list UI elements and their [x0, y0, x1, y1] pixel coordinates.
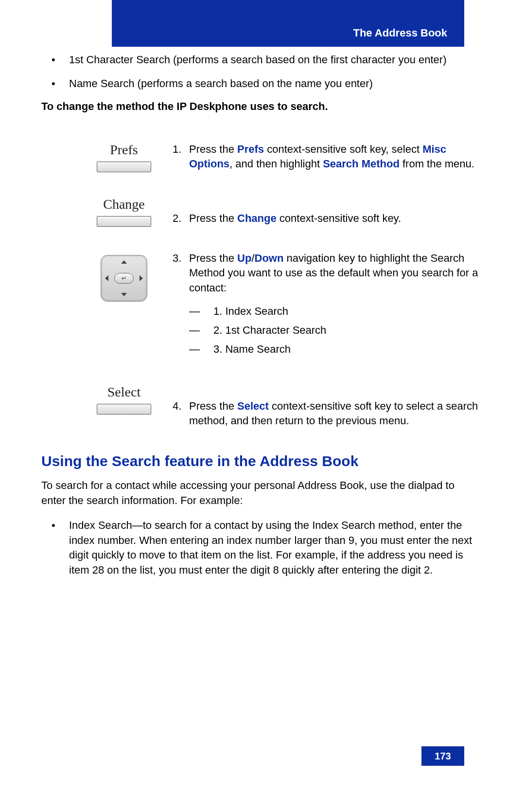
step-row: ↵ 3. Press the Up/Down navigation key to…: [41, 251, 479, 360]
section-bullet-list: • Index Search—to search for a contact b…: [49, 518, 479, 578]
step-text: 1. Press the Prefs context-sensitive sof…: [168, 142, 479, 172]
highlight-change: Change: [237, 212, 277, 224]
highlight-select: Select: [237, 400, 269, 412]
steps-block: Prefs 1. Press the Prefs context-sensiti…: [41, 142, 479, 429]
dash-icon: —: [189, 322, 213, 339]
list-item: • 1st Character Search (performs a searc…: [49, 53, 479, 68]
softkey-select: Select: [41, 384, 168, 415]
step-number: 2.: [168, 211, 189, 226]
softkey-label: Prefs: [110, 142, 138, 158]
softkey-change: Change: [41, 197, 168, 227]
page-content: • 1st Character Search (performs a searc…: [41, 53, 479, 587]
step-row: Select 4. Press the Select context-sensi…: [41, 384, 479, 429]
step-text: 4. Press the Select context-sensitive so…: [168, 384, 479, 429]
bullet-icon: •: [49, 53, 69, 68]
header-bar: The Address Book: [112, 0, 464, 47]
list-item: —3. Name Search: [189, 341, 479, 358]
list-item-text: 2. 1st Character Search: [213, 322, 326, 339]
navpad-container: ↵: [41, 251, 168, 302]
step-row: Prefs 1. Press the Prefs context-sensiti…: [41, 142, 479, 172]
dash-icon: —: [189, 341, 213, 358]
instruction-heading: To change the method the IP Deskphone us…: [41, 100, 479, 113]
list-item: —1. Index Search: [189, 303, 479, 320]
softkey-button-icon: [97, 162, 151, 172]
header-title: The Address Book: [353, 27, 447, 39]
step-body: Press the Change context-sensitive soft …: [189, 211, 479, 226]
list-item-text: 1st Character Search (performs a search …: [69, 53, 479, 68]
softkey-label: Change: [103, 197, 145, 212]
list-item: —2. 1st Character Search: [189, 322, 479, 339]
list-item-text: Index Search—to search for a contact by …: [69, 518, 479, 578]
intro-bullet-list: • 1st Character Search (performs a searc…: [49, 53, 479, 91]
section-heading: Using the Search feature in the Address …: [41, 453, 479, 469]
list-item-text: 1. Index Search: [213, 303, 288, 320]
softkey-button-icon: [97, 404, 151, 415]
step-number: 1.: [168, 142, 189, 172]
step-text: 2. Press the Change context-sensitive so…: [168, 197, 479, 226]
list-item-text: Name Search (performs a search based on …: [69, 76, 479, 91]
section-paragraph: To search for a contact while accessing …: [41, 478, 479, 508]
step-text: 3. Press the Up/Down navigation key to h…: [168, 251, 479, 360]
step-body: Press the Prefs context-sensitive soft k…: [189, 142, 479, 172]
arrow-left-icon: [105, 275, 108, 281]
step-number: 4.: [168, 399, 189, 429]
softkey-button-icon: [97, 216, 151, 227]
enter-key-icon: ↵: [114, 273, 134, 284]
dash-icon: —: [189, 303, 213, 320]
arrow-up-icon: [121, 260, 127, 264]
bullet-icon: •: [49, 518, 69, 578]
arrow-right-icon: [140, 275, 143, 281]
highlight-prefs: Prefs: [237, 143, 264, 155]
arrow-down-icon: [121, 293, 127, 296]
list-item-text: 3. Name Search: [213, 341, 291, 358]
highlight-down: Down: [255, 252, 284, 264]
softkey-label: Select: [107, 384, 140, 400]
step-body: Press the Select context-sensitive soft …: [189, 399, 479, 429]
sub-list: —1. Index Search —2. 1st Character Searc…: [189, 303, 479, 358]
list-item: • Name Search (performs a search based o…: [49, 76, 479, 91]
step-number: 3.: [168, 251, 189, 360]
list-item: • Index Search—to search for a contact b…: [49, 518, 479, 578]
step-row: Change 2. Press the Change context-sensi…: [41, 197, 479, 227]
step-body: Press the Up/Down navigation key to high…: [189, 251, 479, 360]
softkey-prefs: Prefs: [41, 142, 168, 172]
page-number-box: 173: [421, 746, 464, 766]
page-number: 173: [435, 751, 451, 762]
navigation-pad-icon: ↵: [101, 255, 147, 302]
highlight-search-method: Search Method: [323, 158, 400, 170]
highlight-up: Up: [237, 252, 251, 264]
bullet-icon: •: [49, 76, 69, 91]
